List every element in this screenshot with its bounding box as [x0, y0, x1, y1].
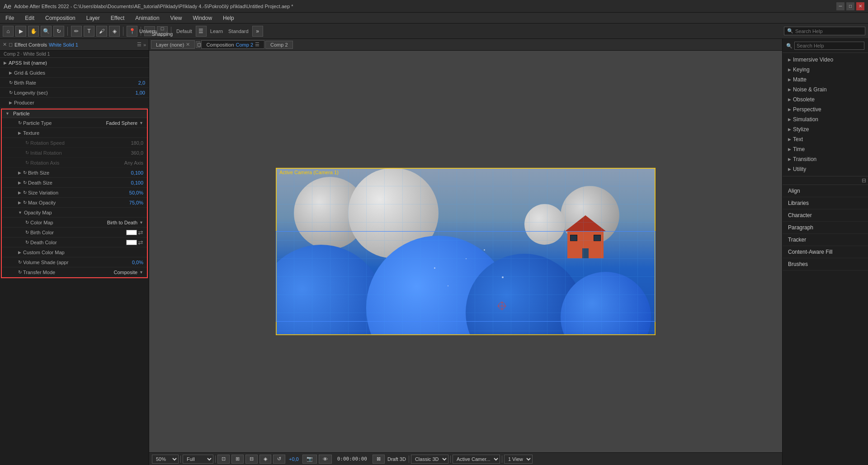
tool-hand[interactable]: ✋: [28, 26, 39, 37]
category-time[interactable]: ▶ Time: [783, 144, 868, 154]
property-custom-color-map[interactable]: ▶ Custom Color Map: [2, 247, 147, 257]
property-texture[interactable]: ▶ Texture: [2, 128, 147, 138]
category-perspective[interactable]: ▶ Perspective: [783, 104, 868, 114]
camera-select[interactable]: Active Camer...: [453, 455, 500, 464]
tool-home[interactable]: ⌂: [3, 26, 14, 37]
layer-tab[interactable]: Layer (none) ✕: [151, 40, 195, 49]
property-max-opacity[interactable]: ▶ ↻ Max Opacity 75,0%: [2, 198, 147, 208]
menu-layer[interactable]: Layer: [85, 14, 102, 22]
tool-pin[interactable]: 📍: [127, 26, 137, 37]
tool-rotate[interactable]: ↻: [53, 26, 64, 37]
snapshot-btn[interactable]: 📷: [302, 455, 317, 464]
property-color-map[interactable]: ↻ Color Map Birth to Death ▼: [2, 218, 147, 228]
particle-2: [466, 258, 467, 259]
comp-tab-menu[interactable]: ☰: [255, 42, 259, 47]
birth-color-picker[interactable]: ⇄: [138, 229, 143, 236]
property-opacity-map[interactable]: ▼ Opacity Map: [2, 208, 147, 218]
panel-close-icon[interactable]: ✕: [3, 42, 7, 47]
property-birth-size[interactable]: ▶ ↻ Birth Size 0,100: [2, 168, 147, 178]
birth-color-swatch[interactable]: [126, 230, 137, 235]
menu-window[interactable]: Window: [191, 14, 214, 22]
panel-lock-icon: ◻: [9, 42, 13, 47]
category-simulation[interactable]: ▶ Simulation: [783, 114, 868, 124]
tool-snapping[interactable]: □ Snapping: [157, 26, 168, 36]
panel-align[interactable]: Align: [783, 185, 868, 197]
property-volume-shade[interactable]: ↻ Volume Shade (appr 0,0%: [2, 257, 147, 267]
property-producer[interactable]: ▶ Producer: [0, 98, 149, 108]
death-color-swatch[interactable]: [126, 240, 137, 245]
category-obsolete[interactable]: ▶ Obsolete: [783, 95, 868, 104]
timeline-line-right: [655, 168, 656, 335]
panel-character[interactable]: Character: [783, 209, 868, 222]
category-immersive-video[interactable]: ▶ Immersive Video: [783, 55, 868, 65]
category-keying[interactable]: ▶ Keying: [783, 65, 868, 75]
refresh-btn[interactable]: ↺: [273, 455, 285, 464]
standard-label[interactable]: Standard: [226, 28, 250, 34]
death-color-picker[interactable]: ⇄: [138, 239, 143, 246]
property-longevity[interactable]: ↻ Longevity (sec) 1,00: [0, 88, 149, 98]
tool-brush[interactable]: 🖌: [96, 26, 107, 37]
workspace-label: Default: [175, 28, 194, 34]
maximize-button[interactable]: □: [846, 2, 854, 10]
category-matte[interactable]: ▶ Matte: [783, 75, 868, 85]
comp2-tab[interactable]: Comp 2: [265, 41, 293, 49]
right-search-input[interactable]: [794, 42, 864, 50]
zoom-select[interactable]: 50%100%25%: [152, 455, 179, 464]
learn-label[interactable]: Learn: [208, 28, 225, 34]
panel-brushes[interactable]: Brushes: [783, 258, 868, 270]
right-expand-icon[interactable]: ⊟: [862, 177, 866, 184]
search-input[interactable]: [795, 28, 862, 34]
grid-btn[interactable]: ⊟: [245, 455, 258, 464]
category-stylize[interactable]: ▶ Stylize: [783, 124, 868, 134]
panel-content-aware-fill[interactable]: Content-Aware Fill: [783, 246, 868, 258]
particle-section-header[interactable]: ▼ Particle: [2, 109, 147, 118]
property-death-size[interactable]: ▶ ↻ Death Size 0,100: [2, 178, 147, 188]
comp-tab[interactable]: Composition Comp 2 ☰: [201, 40, 264, 49]
tool-type[interactable]: T: [84, 26, 94, 37]
channels-btn[interactable]: ◈: [259, 455, 271, 464]
property-transfer-mode[interactable]: ↻ Transfer Mode Composite ▼: [2, 267, 147, 277]
minimize-button[interactable]: ─: [836, 2, 844, 10]
draft-3d-btn[interactable]: ⊠: [373, 455, 385, 464]
panel-tracker[interactable]: Tracker: [783, 234, 868, 246]
property-birth-rate[interactable]: ↻ Birth Rate 2,0: [0, 78, 149, 88]
panel-expand-icon[interactable]: »: [143, 42, 146, 47]
category-noise-grain[interactable]: ▶ Noise & Grain: [783, 85, 868, 95]
menu-edit[interactable]: Edit: [23, 14, 36, 22]
tool-pen[interactable]: ✏: [71, 26, 82, 37]
comp-viewer[interactable]: Active Camera (Camera 1): [149, 51, 782, 452]
renderer-select[interactable]: Classic 3D: [411, 455, 448, 464]
menu-composition[interactable]: Composition: [43, 14, 77, 22]
property-grid-guides[interactable]: ▶ Grid & Guides: [0, 68, 149, 78]
property-birth-color[interactable]: ↻ Birth Color ⇄: [2, 228, 147, 237]
quality-select[interactable]: FullHalfQuarter: [183, 455, 213, 464]
tool-clone[interactable]: ◈: [109, 26, 120, 37]
menu-effect[interactable]: Effect: [109, 14, 126, 22]
category-text[interactable]: ▶ Text: [783, 134, 868, 144]
menu-view[interactable]: View: [169, 14, 184, 22]
show-snapshot-btn[interactable]: 👁: [319, 455, 332, 464]
tool-select[interactable]: ▶: [15, 26, 26, 37]
property-particle-type[interactable]: ↻ Particle Type Faded Sphere ▼: [2, 118, 147, 128]
tool-zoom[interactable]: 🔍: [41, 26, 52, 37]
effect-controls-title: Effect Controls: [14, 42, 47, 47]
menu-bar: File Edit Composition Layer Effect Anima…: [0, 13, 868, 24]
views-select[interactable]: 1 View: [504, 455, 533, 464]
property-death-color[interactable]: ↻ Death Color ⇄: [2, 237, 147, 247]
category-transition[interactable]: ▶ Transition: [783, 154, 868, 164]
extend-btn[interactable]: »: [252, 26, 263, 37]
layer-tab-close[interactable]: ✕: [186, 42, 190, 47]
category-utility[interactable]: ▶ Utility: [783, 164, 868, 174]
workspace-options[interactable]: ☰: [196, 26, 207, 37]
property-size-variation[interactable]: ▶ ↻ Size Variation 50,0%: [2, 188, 147, 198]
fit-comp-btn[interactable]: ⊡: [217, 455, 230, 464]
menu-help[interactable]: Help: [221, 14, 236, 22]
menu-file[interactable]: File: [4, 14, 16, 22]
panel-menu-icon[interactable]: ☰: [137, 42, 142, 47]
panel-libraries[interactable]: Libraries: [783, 197, 868, 209]
property-row[interactable]: ▶ APSS Init (name): [0, 58, 149, 68]
close-button[interactable]: ✕: [856, 2, 864, 10]
panel-paragraph[interactable]: Paragraph: [783, 222, 868, 234]
safe-zones-btn[interactable]: ⊞: [231, 455, 244, 464]
menu-animation[interactable]: Animation: [133, 14, 161, 22]
